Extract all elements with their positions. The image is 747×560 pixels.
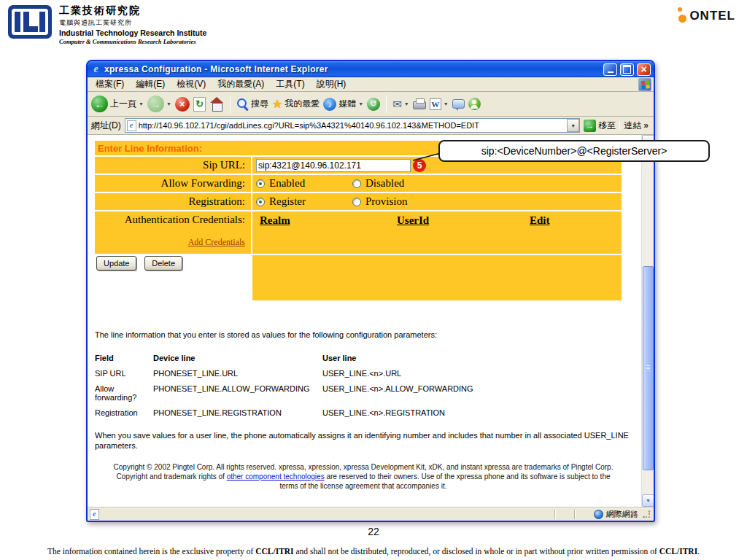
config-table: Enter Line Information: Sip URL: 5 Allow… — [95, 141, 622, 302]
status-pane — [574, 510, 590, 519]
refresh-icon — [193, 97, 206, 112]
update-button[interactable]: Update — [96, 256, 136, 271]
zone-label: 網際網路 — [606, 509, 638, 520]
search-button[interactable]: 搜尋 — [236, 98, 268, 110]
back-dropdown-icon[interactable]: ▼ — [139, 101, 144, 106]
menu-item-tools[interactable]: 工具(T) — [270, 77, 310, 92]
slide: 工業技術研究院 電腦與通訊工業研究所 Industrial Technology… — [0, 0, 747, 560]
edit-dropdown-icon[interactable]: ▼ — [444, 101, 449, 106]
menu-item-edit[interactable]: 編輯(E) — [130, 77, 171, 92]
status-bar: 網際網路 — [88, 507, 654, 521]
footer-text: and shall not be distributed, reproduced… — [294, 547, 659, 556]
param-header: User line — [322, 354, 533, 362]
discuss-button[interactable] — [452, 99, 465, 109]
search-label: 搜尋 — [251, 98, 268, 110]
go-label: 移至 — [598, 120, 616, 132]
history-button[interactable] — [367, 98, 380, 111]
itri-name-en: Industrial Technology Research Institute — [59, 28, 206, 37]
pingtel-wordmark: ONTEL — [689, 9, 735, 23]
scroll-down-icon[interactable] — [642, 494, 654, 507]
itri-logo-block: 工業技術研究院 電腦與通訊工業研究所 Industrial Technology… — [7, 4, 206, 45]
forward-button[interactable]: ▼ — [147, 96, 171, 112]
param-cell: USER_LINE.<n>.REGISTRATION — [322, 408, 533, 417]
menu-item-favorites[interactable]: 我的最愛(A) — [212, 77, 270, 92]
discuss-icon — [452, 99, 465, 109]
back-button[interactable]: 上一頁 ▼ — [91, 96, 144, 112]
home-button[interactable] — [209, 97, 224, 111]
print-button[interactable] — [413, 98, 426, 109]
content-area: Enter Line Information: Sip URL: 5 Allow… — [88, 135, 654, 507]
sip-url-input[interactable] — [256, 159, 411, 172]
media-button[interactable]: 媒體 ▼ — [323, 98, 363, 111]
copyright-line2-pre: Copyright and trademark rights of — [116, 472, 226, 481]
address-field: ▼ — [125, 118, 581, 133]
windows-flag-throbber-icon — [638, 78, 651, 91]
go-arrow-icon — [584, 120, 596, 132]
favorites-label: 我的最愛 — [285, 98, 320, 110]
allow-forwarding-row: Allow Forwarding: Enabled Disabled — [95, 175, 622, 192]
mail-dropdown-icon[interactable]: ▼ — [404, 101, 409, 106]
param-cell: PHONESET_LINE.URL — [153, 369, 322, 378]
status-page-icon — [90, 509, 99, 520]
resize-grip[interactable] — [642, 510, 651, 519]
address-bar: 網址(D) ▼ 移至 連結 » — [88, 117, 654, 135]
config-params-intro: The line information that you enter is s… — [95, 330, 632, 339]
userid-column-header: UserId — [397, 214, 429, 227]
favorites-star-icon — [272, 97, 282, 111]
mail-button[interactable]: ▼ — [392, 98, 409, 111]
footer-ccl-itri: CCL/ITRI — [255, 547, 293, 556]
address-input[interactable] — [139, 120, 565, 131]
window-title: xpressa Configuration - Microsoft Intern… — [104, 64, 600, 74]
realm-column-header: Realm — [260, 214, 290, 227]
radio-register[interactable] — [256, 198, 265, 206]
itri-dept-en: Computer & Communications Research Labor… — [59, 38, 206, 45]
links-chevron-icon[interactable]: » — [643, 120, 649, 131]
radio-provision[interactable] — [352, 198, 361, 206]
close-button[interactable] — [637, 63, 651, 76]
vertical-scrollbar[interactable] — [641, 135, 654, 507]
toolbar-separator — [230, 96, 231, 113]
address-dropdown-icon[interactable]: ▼ — [567, 119, 579, 132]
delete-button[interactable]: Delete — [144, 256, 182, 271]
toolbar-separator — [386, 96, 387, 113]
auth-credentials-row: Authentication Credentials: Add Credenti… — [95, 211, 622, 254]
save-note: When you save values for a user line, th… — [95, 430, 629, 451]
maximize-button[interactable] — [620, 63, 634, 76]
footer-text: . — [697, 547, 700, 556]
copyright-block: Copyright © 2002 Pingtel Corp. All right… — [95, 462, 632, 491]
param-header: Device line — [153, 354, 322, 362]
stop-button[interactable] — [175, 97, 190, 112]
edit-button[interactable]: ▼ — [430, 98, 449, 110]
page-icon — [127, 120, 136, 131]
menu-item-help[interactable]: 說明(H) — [311, 77, 352, 92]
param-cell: SIP URL — [95, 369, 153, 378]
messenger-button[interactable] — [468, 98, 481, 110]
back-label: 上一頁 — [110, 98, 136, 110]
scrollbar-thumb[interactable] — [643, 266, 654, 470]
media-label: 媒體 — [338, 98, 356, 110]
allow-forwarding-label: Allow Forwarding: — [95, 175, 251, 192]
pingtel-dots-icon — [678, 7, 687, 23]
forward-dropdown-icon[interactable]: ▼ — [166, 101, 171, 106]
menu-item-view[interactable]: 檢視(V) — [171, 77, 212, 92]
radio-disabled[interactable] — [352, 179, 361, 188]
media-dropdown-icon[interactable]: ▼ — [358, 101, 363, 106]
radio-enabled[interactable] — [256, 179, 265, 188]
go-button[interactable]: 移至 — [584, 120, 616, 132]
footer-text: The information contained herein is the … — [47, 547, 255, 556]
links-toolbar[interactable]: 連結 » — [624, 120, 650, 132]
add-credentials-link[interactable]: Add Credentials — [188, 237, 245, 248]
provision-label: Provision — [365, 195, 408, 208]
itri-logo-icon — [7, 4, 53, 39]
menu-item-file[interactable]: 檔案(F) — [90, 77, 130, 92]
component-technologies-link[interactable]: other component technologies — [227, 472, 325, 481]
auth-credentials-label: Authentication Credentials: — [125, 214, 245, 226]
media-icon — [323, 98, 336, 111]
security-zone: 網際網路 — [594, 509, 638, 520]
mail-icon — [392, 98, 402, 111]
minimize-button[interactable] — [603, 63, 617, 76]
refresh-button[interactable] — [193, 97, 206, 112]
links-label: 連結 — [624, 120, 641, 132]
ie-icon: e — [90, 63, 101, 75]
favorites-button[interactable]: 我的最愛 — [272, 97, 320, 111]
